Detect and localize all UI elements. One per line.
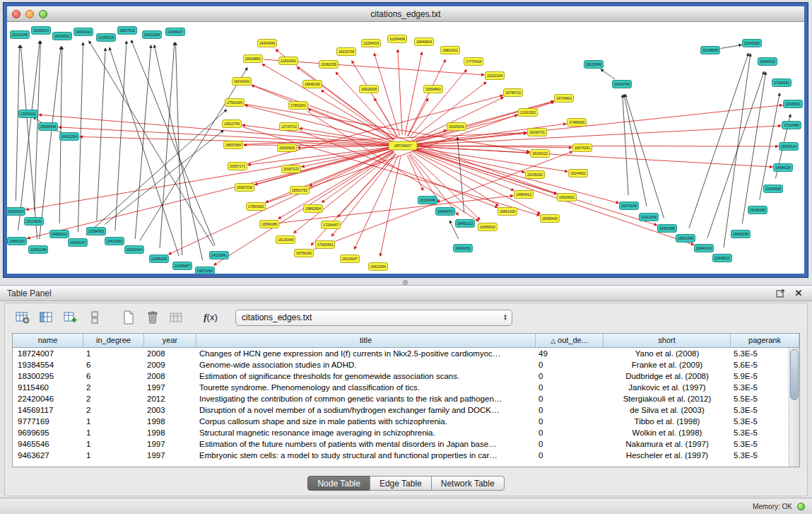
graph-node[interactable]: 25260549 xyxy=(39,123,58,131)
network-selector-dropdown[interactable]: citations_edges.txt▲▼ xyxy=(235,310,512,326)
graph-node[interactable]: 19862654 xyxy=(304,205,323,213)
graph-node[interactable]: 16322104 xyxy=(486,72,505,80)
window-titlebar[interactable]: citations_edges.txt xyxy=(7,6,804,22)
graph-node[interactable]: 19404056 xyxy=(258,40,277,47)
new-document-icon[interactable] xyxy=(119,309,138,326)
graph-node[interactable]: 16918208 xyxy=(360,86,379,93)
graph-node[interactable]: 17581426 xyxy=(225,99,245,107)
graph-node[interactable]: 25260514 xyxy=(7,208,25,216)
graph-node[interactable]: 19861912 xyxy=(441,47,460,54)
graph-node[interactable]: 15367318 xyxy=(235,184,254,192)
graph-node[interactable]: 19246051 xyxy=(454,245,473,252)
graph-node[interactable]: 24605012 xyxy=(50,230,69,238)
graph-node[interactable]: 15654842 xyxy=(424,86,443,93)
graph-node[interactable]: 11254408 xyxy=(388,35,407,43)
graph-node[interactable]: 20946124 xyxy=(695,245,714,252)
tab-edge-table[interactable]: Edge Table xyxy=(370,476,432,491)
graph-node[interactable]: 16325041 xyxy=(447,123,466,131)
graph-node[interactable]: 17775418 xyxy=(464,58,483,66)
graph-node[interactable]: 12564186 xyxy=(260,221,279,228)
table-row[interactable]: 2242004622012Investigating the contribut… xyxy=(13,393,799,404)
table-scrollbar[interactable] xyxy=(789,348,799,467)
graph-node[interactable]: 21584063 xyxy=(87,228,106,235)
graph-node[interactable]: 18034521 xyxy=(53,33,72,40)
graph-node[interactable]: 18226738 xyxy=(337,48,356,56)
scrollbar-thumb[interactable] xyxy=(790,349,799,400)
graph-node[interactable]: 23164508 xyxy=(764,185,783,193)
graph-node[interactable]: 18164122 xyxy=(531,150,550,158)
graph-node[interactable]: 21844207 xyxy=(166,28,185,36)
graph-node[interactable]: 18301752 xyxy=(290,187,310,194)
table-row[interactable]: 1830029562008Estimation of significance … xyxy=(13,370,799,382)
graph-node[interactable]: 21045687 xyxy=(173,262,192,270)
graph-node[interactable]: 10746710 xyxy=(504,89,523,97)
graph-node[interactable]: 19125047 xyxy=(341,255,360,263)
graph-node[interactable]: 17210465 xyxy=(782,122,801,129)
graph-node[interactable]: 19734903 xyxy=(555,95,574,103)
graph-node[interactable]: 12254019 xyxy=(362,40,381,47)
graph-node[interactable]: 16912354 xyxy=(369,263,388,271)
graph-node[interactable]: 16089532 xyxy=(478,223,498,231)
column-header-out_de[interactable]: △out_de... xyxy=(536,334,604,348)
table-mode-icon[interactable] xyxy=(13,309,32,326)
graph-node[interactable]: 14512754 xyxy=(223,120,242,128)
graph-node[interactable]: 22082156 xyxy=(319,61,339,69)
table-row[interactable]: 911546021997Tourette syndrome. Phenomeno… xyxy=(13,382,799,393)
graph-node[interactable]: 12046531 xyxy=(784,100,803,108)
graph-node[interactable]: 20146508 xyxy=(701,47,720,54)
graph-node[interactable]: 20150424 xyxy=(125,246,144,254)
graph-node[interactable]: 12725722 xyxy=(280,123,299,131)
graph-node[interactable]: 16534921 xyxy=(558,194,577,201)
table-row[interactable]: 1456911722003Disruption of a novel membe… xyxy=(13,404,799,416)
graph-node[interactable]: 21912046 xyxy=(640,214,659,221)
graph-node[interactable]: 22045162 xyxy=(526,171,545,179)
column-header-year[interactable]: year xyxy=(144,334,196,348)
row-tools-icon[interactable] xyxy=(86,309,104,326)
graph-node[interactable]: 17485083 xyxy=(567,119,587,127)
tab-network-table[interactable]: Network Table xyxy=(431,476,505,491)
graph-node[interactable]: 18460213 xyxy=(456,220,475,228)
graph-node[interactable]: 18697684 xyxy=(224,141,243,149)
graph-node[interactable]: 23051246 xyxy=(676,235,695,243)
table-row[interactable]: 1872400712008Changes of HCN gene express… xyxy=(13,348,799,359)
create-column-icon[interactable] xyxy=(61,309,80,326)
graph-node[interactable]: 20421284 xyxy=(143,31,162,39)
column-header-title[interactable]: title xyxy=(196,334,536,348)
graph-node[interactable]: 21046395 xyxy=(748,206,767,214)
table-row[interactable]: 1938455462009Genome-wide association stu… xyxy=(13,359,799,370)
graph-node[interactable]: 17254447 xyxy=(322,221,341,229)
close-panel-icon[interactable]: ✕ xyxy=(792,288,805,299)
graph-node[interactable]: 22465109 xyxy=(150,255,169,263)
graph-node[interactable]: 19460258 xyxy=(731,230,751,238)
table-row[interactable]: 977716911998Corpus callosum shape and si… xyxy=(13,416,799,427)
graph-node[interactable]: 23129542 xyxy=(25,218,44,226)
column-header-name[interactable]: name xyxy=(13,334,83,348)
graph-node[interactable]: 14954912 xyxy=(514,191,534,199)
graph-node[interactable]: 15144602 xyxy=(569,170,588,177)
show-columns-icon[interactable] xyxy=(37,309,56,326)
import-table-icon[interactable] xyxy=(167,309,186,326)
graph-node[interactable]: 16083426 xyxy=(278,144,297,152)
delete-icon[interactable] xyxy=(143,309,162,326)
function-builder-icon[interactable]: f(x) xyxy=(201,309,220,326)
graph-node[interactable]: 21645082 xyxy=(743,40,762,47)
graph-node[interactable]: 17264051 xyxy=(772,79,792,87)
tab-node-table[interactable]: Node Table xyxy=(307,476,370,491)
graph-node[interactable]: 18951426 xyxy=(498,208,517,216)
graph-node[interactable]: 20357171 xyxy=(228,163,247,170)
graph-node[interactable]: 17851831 xyxy=(289,102,308,110)
column-header-short[interactable]: short xyxy=(604,334,731,348)
graph-node[interactable]: 23054161 xyxy=(19,110,38,118)
column-header-pagerank[interactable]: pagerank xyxy=(731,334,799,348)
graph-node[interactable]: 20060214 xyxy=(32,27,51,35)
graph-node[interactable]: 16074251 xyxy=(573,144,592,152)
graph-node[interactable]: 18845190 xyxy=(303,81,322,88)
table-row[interactable]: 946362711997Embryonic stem cells: a mode… xyxy=(13,450,799,461)
graph-node[interactable]: 21155014 xyxy=(97,34,116,42)
column-header-in_degree[interactable]: in_degree xyxy=(83,334,144,348)
table-row[interactable]: 969969511998Structural magnetic resonanc… xyxy=(13,427,799,438)
graph-node[interactable]: 16754192 xyxy=(295,250,314,257)
graph-node[interactable]: 22051248 xyxy=(29,246,48,254)
graph-node[interactable]: 18927012 xyxy=(118,27,137,35)
network-canvas[interactable]: 1872400718845190178518311272572216083426… xyxy=(7,22,804,274)
